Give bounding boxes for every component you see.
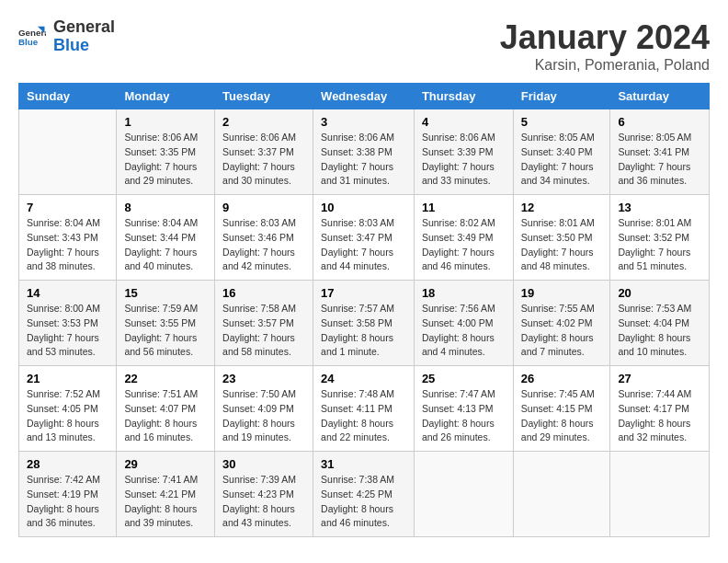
calendar-cell: 24Sunrise: 7:48 AMSunset: 4:11 PMDayligh… xyxy=(313,366,415,452)
cell-info: Sunrise: 8:05 AMSunset: 3:41 PMDaylight:… xyxy=(618,131,701,189)
cell-info: Sunrise: 7:50 AMSunset: 4:09 PMDaylight:… xyxy=(222,387,305,445)
calendar-cell: 3Sunrise: 8:06 AMSunset: 3:38 PMDaylight… xyxy=(313,109,415,195)
header-cell-thursday: Thursday xyxy=(414,84,513,109)
calendar-cell: 30Sunrise: 7:39 AMSunset: 4:23 PMDayligh… xyxy=(215,452,313,537)
day-number: 10 xyxy=(321,201,406,214)
cell-info: Sunrise: 7:51 AMSunset: 4:07 PMDaylight:… xyxy=(124,387,207,445)
day-number: 28 xyxy=(27,457,108,471)
day-number: 15 xyxy=(124,286,207,300)
calendar-header: SundayMondayTuesdayWednesdayThursdayFrid… xyxy=(19,84,710,109)
calendar-cell: 22Sunrise: 7:51 AMSunset: 4:07 PMDayligh… xyxy=(117,366,215,452)
header-cell-sunday: Sunday xyxy=(19,84,117,109)
day-number: 13 xyxy=(618,201,701,214)
cell-info: Sunrise: 8:04 AMSunset: 3:43 PMDaylight:… xyxy=(27,216,108,274)
cell-info: Sunrise: 7:42 AMSunset: 4:19 PMDaylight:… xyxy=(27,473,108,531)
calendar-cell: 8Sunrise: 8:04 AMSunset: 3:44 PMDaylight… xyxy=(117,195,215,281)
day-number: 8 xyxy=(124,201,207,214)
day-number: 24 xyxy=(321,372,406,385)
header-cell-monday: Monday xyxy=(117,84,215,109)
day-number: 14 xyxy=(27,286,108,300)
calendar-cell xyxy=(414,452,513,537)
logo-icon: General Blue xyxy=(18,23,46,51)
calendar-cell: 6Sunrise: 8:05 AMSunset: 3:41 PMDaylight… xyxy=(610,109,710,195)
day-number: 17 xyxy=(321,286,406,300)
calendar-cell: 16Sunrise: 7:58 AMSunset: 3:57 PMDayligh… xyxy=(215,281,313,366)
cell-info: Sunrise: 7:48 AMSunset: 4:11 PMDaylight:… xyxy=(321,387,406,445)
cell-info: Sunrise: 8:01 AMSunset: 3:52 PMDaylight:… xyxy=(618,216,701,274)
day-number: 29 xyxy=(124,457,207,471)
calendar-cell: 12Sunrise: 8:01 AMSunset: 3:50 PMDayligh… xyxy=(513,195,610,281)
calendar-cell: 31Sunrise: 7:38 AMSunset: 4:25 PMDayligh… xyxy=(313,452,415,537)
calendar-cell: 2Sunrise: 8:06 AMSunset: 3:37 PMDaylight… xyxy=(215,109,313,195)
cell-info: Sunrise: 8:06 AMSunset: 3:37 PMDaylight:… xyxy=(222,131,305,189)
calendar-cell: 7Sunrise: 8:04 AMSunset: 3:43 PMDaylight… xyxy=(19,195,117,281)
day-number: 22 xyxy=(124,372,207,385)
calendar-cell xyxy=(513,452,610,537)
cell-info: Sunrise: 7:41 AMSunset: 4:21 PMDaylight:… xyxy=(124,473,207,531)
day-number: 16 xyxy=(222,286,305,300)
day-number: 25 xyxy=(422,372,506,385)
day-number: 19 xyxy=(521,286,603,300)
week-row-2: 7Sunrise: 8:04 AMSunset: 3:43 PMDaylight… xyxy=(19,195,710,281)
day-number: 20 xyxy=(618,286,701,300)
cell-info: Sunrise: 7:55 AMSunset: 4:02 PMDaylight:… xyxy=(521,302,603,360)
week-row-1: 1Sunrise: 8:06 AMSunset: 3:35 PMDaylight… xyxy=(19,109,710,195)
calendar-cell: 23Sunrise: 7:50 AMSunset: 4:09 PMDayligh… xyxy=(215,366,313,452)
cell-info: Sunrise: 8:05 AMSunset: 3:40 PMDaylight:… xyxy=(521,131,603,189)
day-number: 2 xyxy=(222,115,305,129)
calendar-cell: 17Sunrise: 7:57 AMSunset: 3:58 PMDayligh… xyxy=(313,281,415,366)
day-number: 11 xyxy=(422,201,506,214)
cell-info: Sunrise: 7:56 AMSunset: 4:00 PMDaylight:… xyxy=(422,302,506,360)
day-number: 12 xyxy=(521,201,603,214)
calendar-cell: 28Sunrise: 7:42 AMSunset: 4:19 PMDayligh… xyxy=(19,452,117,537)
calendar-table: SundayMondayTuesdayWednesdayThursdayFrid… xyxy=(18,83,710,537)
week-row-5: 28Sunrise: 7:42 AMSunset: 4:19 PMDayligh… xyxy=(19,452,710,537)
calendar-cell: 5Sunrise: 8:05 AMSunset: 3:40 PMDaylight… xyxy=(513,109,610,195)
cell-info: Sunrise: 8:06 AMSunset: 3:38 PMDaylight:… xyxy=(321,131,406,189)
calendar-cell: 27Sunrise: 7:44 AMSunset: 4:17 PMDayligh… xyxy=(610,366,710,452)
main-title: January 2024 xyxy=(500,18,710,57)
day-number: 5 xyxy=(521,115,603,129)
day-number: 4 xyxy=(422,115,506,129)
day-number: 30 xyxy=(222,457,305,471)
day-number: 26 xyxy=(521,372,603,385)
header-cell-wednesday: Wednesday xyxy=(313,84,415,109)
calendar-cell xyxy=(610,452,710,537)
calendar-cell: 11Sunrise: 8:02 AMSunset: 3:49 PMDayligh… xyxy=(414,195,513,281)
page-header: General Blue General Blue January 2024 K… xyxy=(18,18,710,74)
calendar-cell xyxy=(19,109,117,195)
calendar-cell: 19Sunrise: 7:55 AMSunset: 4:02 PMDayligh… xyxy=(513,281,610,366)
header-cell-tuesday: Tuesday xyxy=(215,84,313,109)
cell-info: Sunrise: 8:06 AMSunset: 3:35 PMDaylight:… xyxy=(124,131,207,189)
header-cell-saturday: Saturday xyxy=(610,84,710,109)
cell-info: Sunrise: 7:53 AMSunset: 4:04 PMDaylight:… xyxy=(618,302,701,360)
calendar-cell: 21Sunrise: 7:52 AMSunset: 4:05 PMDayligh… xyxy=(19,366,117,452)
svg-text:Blue: Blue xyxy=(18,37,39,47)
calendar-cell: 4Sunrise: 8:06 AMSunset: 3:39 PMDaylight… xyxy=(414,109,513,195)
logo-line2: Blue xyxy=(53,37,115,55)
calendar-cell: 15Sunrise: 7:59 AMSunset: 3:55 PMDayligh… xyxy=(117,281,215,366)
day-number: 31 xyxy=(321,457,406,471)
day-number: 3 xyxy=(321,115,406,129)
week-row-4: 21Sunrise: 7:52 AMSunset: 4:05 PMDayligh… xyxy=(19,366,710,452)
cell-info: Sunrise: 8:03 AMSunset: 3:46 PMDaylight:… xyxy=(222,216,305,274)
week-row-3: 14Sunrise: 8:00 AMSunset: 3:53 PMDayligh… xyxy=(19,281,710,366)
cell-info: Sunrise: 7:57 AMSunset: 3:58 PMDaylight:… xyxy=(321,302,406,360)
day-number: 21 xyxy=(27,372,108,385)
cell-info: Sunrise: 7:38 AMSunset: 4:25 PMDaylight:… xyxy=(321,473,406,531)
calendar-cell: 1Sunrise: 8:06 AMSunset: 3:35 PMDaylight… xyxy=(117,109,215,195)
cell-info: Sunrise: 7:59 AMSunset: 3:55 PMDaylight:… xyxy=(124,302,207,360)
calendar-cell: 9Sunrise: 8:03 AMSunset: 3:46 PMDaylight… xyxy=(215,195,313,281)
logo-line1: General xyxy=(53,18,115,37)
cell-info: Sunrise: 7:44 AMSunset: 4:17 PMDaylight:… xyxy=(618,387,701,445)
header-cell-friday: Friday xyxy=(513,84,610,109)
calendar-cell: 20Sunrise: 7:53 AMSunset: 4:04 PMDayligh… xyxy=(610,281,710,366)
cell-info: Sunrise: 7:39 AMSunset: 4:23 PMDaylight:… xyxy=(222,473,305,531)
cell-info: Sunrise: 8:00 AMSunset: 3:53 PMDaylight:… xyxy=(27,302,108,360)
calendar-body: 1Sunrise: 8:06 AMSunset: 3:35 PMDaylight… xyxy=(19,109,710,537)
calendar-cell: 25Sunrise: 7:47 AMSunset: 4:13 PMDayligh… xyxy=(414,366,513,452)
day-number: 7 xyxy=(27,201,108,214)
calendar-cell: 18Sunrise: 7:56 AMSunset: 4:00 PMDayligh… xyxy=(414,281,513,366)
day-number: 18 xyxy=(422,286,506,300)
logo: General Blue General Blue xyxy=(18,18,115,55)
